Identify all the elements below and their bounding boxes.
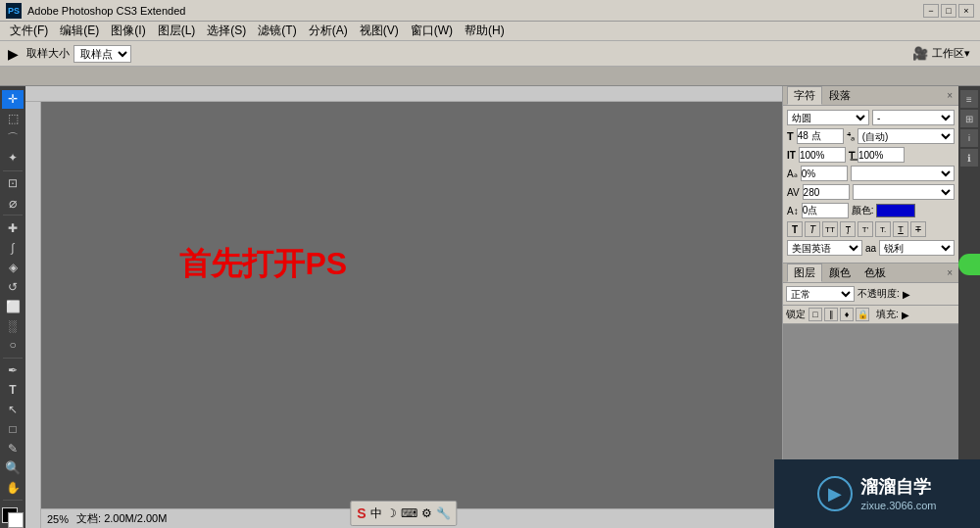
tool-magic-wand[interactable]: ✦: [2, 149, 24, 168]
watermark-overlay: ▶ 溜溜自学 zixue.3066.com: [774, 459, 980, 528]
far-right-btn-1[interactable]: ≡: [960, 90, 978, 108]
antialias-select[interactable]: 锐利: [879, 240, 955, 256]
far-right-btn-2[interactable]: ⊞: [960, 110, 978, 127]
opacity-label: 不透明度:: [858, 287, 900, 301]
toolbar: ✛ ⬚ ⌒ ✦ ⊡ ⌀ ✚ ∫ ◈ ↺ ⬜ ░ ○ ✒ T ↖ □ ✎ 🔍 ✋: [0, 86, 25, 528]
tool-path-select[interactable]: ↖: [2, 401, 24, 419]
tool-crop[interactable]: ⊡: [2, 174, 24, 193]
tool-separator-3: [3, 358, 23, 359]
tool-eraser[interactable]: ⬜: [2, 297, 24, 315]
fmt-smallcaps[interactable]: T͇: [840, 221, 856, 237]
menu-filter[interactable]: 滤镜(T): [252, 22, 302, 40]
leading-select[interactable]: (自动): [858, 128, 955, 144]
tool-zoom[interactable]: 🔍: [2, 458, 24, 477]
menu-layer[interactable]: 图层(L): [152, 22, 202, 40]
scale-v-input[interactable]: [799, 147, 846, 163]
text-color-swatch[interactable]: [876, 204, 915, 217]
tool-pen[interactable]: ✒: [2, 361, 24, 380]
sample-size-select[interactable]: 取样点: [74, 45, 131, 63]
font-style-select[interactable]: -: [872, 110, 955, 125]
lock-transparent[interactable]: □: [808, 308, 822, 321]
fmt-italic[interactable]: T: [805, 221, 820, 237]
font-size-input[interactable]: [797, 128, 844, 144]
tool-stamp[interactable]: ◈: [2, 258, 24, 276]
ime-keyboard-icon[interactable]: ⌨: [401, 506, 417, 520]
layer-panel-close[interactable]: ×: [945, 267, 955, 278]
kerning-select[interactable]: [853, 184, 955, 200]
canvas-content: 首先打开PS: [41, 102, 782, 508]
tracking-input[interactable]: [801, 166, 848, 181]
fmt-strikethrough[interactable]: T: [910, 221, 926, 237]
workspace-label[interactable]: 工作区▾: [932, 46, 970, 61]
tool-history-brush[interactable]: ↺: [2, 277, 24, 296]
leading-icon: ⁴ₐ: [847, 130, 855, 143]
opacity-arrow[interactable]: ▶: [903, 289, 910, 300]
background-color[interactable]: [8, 512, 24, 528]
tool-eyedropper[interactable]: ⌀: [2, 194, 24, 213]
ime-chinese-icon[interactable]: 中: [370, 505, 382, 522]
fmt-super[interactable]: T': [858, 221, 873, 237]
ime-s-icon: S: [357, 505, 366, 521]
options-bar: ▶ 取样大小 取样点 🎥 工作区▾: [0, 41, 980, 67]
menu-window[interactable]: 窗口(W): [405, 22, 459, 40]
tool-shape[interactable]: □: [2, 420, 24, 439]
tool-lasso[interactable]: ⌒: [2, 129, 24, 148]
far-right-info[interactable]: i: [960, 129, 978, 147]
menu-file[interactable]: 文件(F): [4, 22, 54, 40]
ime-settings-icon[interactable]: ⚙: [421, 506, 432, 520]
ime-tool-icon[interactable]: 🔧: [436, 506, 451, 520]
menu-view[interactable]: 视图(V): [354, 22, 405, 40]
tab-swatches[interactable]: 色板: [858, 264, 893, 282]
char-panel-tabs: 字符 段落: [787, 86, 858, 105]
language-select[interactable]: 美国英语: [787, 240, 862, 256]
tool-brush[interactable]: ∫: [2, 238, 24, 257]
fmt-bold[interactable]: T: [787, 221, 803, 237]
format-buttons: T T TT T͇ T' T. T T: [787, 221, 926, 237]
tool-dodge[interactable]: ○: [2, 336, 24, 355]
char-panel-close[interactable]: ×: [945, 90, 955, 101]
ime-moon-icon[interactable]: ☽: [386, 506, 397, 520]
options-arrow-icon: ▶: [4, 46, 23, 62]
maximize-button[interactable]: □: [941, 4, 956, 18]
menu-image[interactable]: 图像(I): [105, 22, 151, 40]
title-text: Adobe Photoshop CS3 Extended: [27, 5, 185, 17]
minimize-button[interactable]: −: [923, 4, 939, 18]
menu-analysis[interactable]: 分析(A): [303, 22, 354, 40]
language-row: 美国英语 aa 锐利: [787, 240, 955, 256]
fill-arrow[interactable]: ▶: [902, 310, 909, 320]
close-button[interactable]: ×: [958, 4, 974, 18]
tab-character[interactable]: 字符: [787, 86, 822, 105]
menu-help[interactable]: 帮助(H): [459, 22, 511, 40]
fmt-sub[interactable]: T.: [875, 221, 891, 237]
tool-move[interactable]: ✛: [2, 90, 24, 109]
menu-select[interactable]: 选择(S): [201, 22, 252, 40]
baseline-input[interactable]: [802, 203, 849, 218]
color-boxes[interactable]: [2, 507, 24, 528]
scale-h-input[interactable]: [858, 147, 905, 163]
tool-gradient[interactable]: ░: [2, 316, 24, 335]
tool-type[interactable]: T: [2, 381, 24, 400]
title-bar-controls[interactable]: − □ ×: [923, 4, 974, 18]
scale-v-icon: IT: [787, 150, 796, 161]
tool-notes[interactable]: ✎: [2, 440, 24, 458]
kerning-input[interactable]: [803, 184, 850, 200]
lock-position[interactable]: ♦: [840, 308, 854, 321]
tracking-select[interactable]: [851, 166, 955, 181]
tool-separator-4: [3, 500, 23, 501]
font-family-select[interactable]: 幼圆: [787, 110, 869, 125]
fmt-allcaps[interactable]: TT: [822, 221, 838, 237]
menu-edit[interactable]: 编辑(E): [54, 22, 105, 40]
fmt-underline[interactable]: T: [893, 221, 908, 237]
baseline-icon: A↕: [787, 206, 799, 216]
tab-layers[interactable]: 图层: [787, 264, 822, 282]
blend-mode-select[interactable]: 正常: [786, 286, 855, 302]
lock-image[interactable]: ∥: [824, 308, 838, 321]
tab-paragraph[interactable]: 段落: [822, 86, 858, 105]
far-right-btn-3[interactable]: ℹ: [960, 149, 978, 167]
lock-all[interactable]: 🔒: [856, 308, 869, 321]
tool-heal[interactable]: ✚: [2, 218, 24, 237]
tab-color[interactable]: 颜色: [822, 264, 858, 282]
tool-marquee[interactable]: ⬚: [2, 110, 24, 128]
tool-hand[interactable]: ✋: [2, 478, 24, 497]
menu-bar: 文件(F) 编辑(E) 图像(I) 图层(L) 选择(S) 滤镜(T) 分析(A…: [0, 22, 980, 41]
